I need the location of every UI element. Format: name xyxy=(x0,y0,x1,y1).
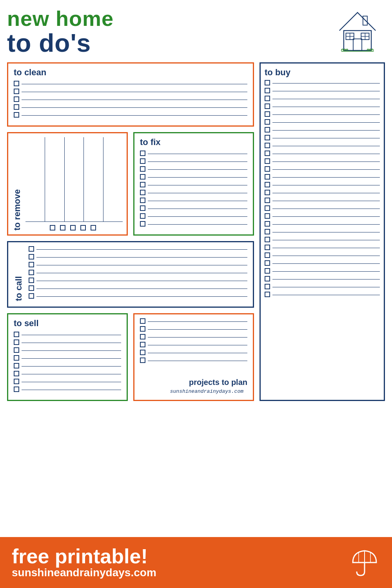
remove-checkbox-5[interactable] xyxy=(91,225,96,230)
buy-checkbox-19[interactable] xyxy=(265,221,270,227)
buy-checkbox-27[interactable] xyxy=(265,284,270,289)
buy-checkbox-5[interactable] xyxy=(265,111,270,117)
buy-checkbox-12[interactable] xyxy=(265,166,270,172)
buy-checkbox-8[interactable] xyxy=(265,135,270,140)
fix-checkbox-1[interactable] xyxy=(140,151,145,156)
project-checkbox-6[interactable] xyxy=(140,358,145,363)
buy-checkbox-25[interactable] xyxy=(265,268,270,274)
buy-checkbox-24[interactable] xyxy=(265,260,270,266)
remove-checkbox-3[interactable] xyxy=(70,225,76,230)
remove-checkbox-4[interactable] xyxy=(80,225,86,230)
fix-checkbox-4[interactable] xyxy=(140,174,145,180)
buy-checkbox-14[interactable] xyxy=(265,182,270,187)
clean-item-2 xyxy=(14,89,247,94)
clean-checkbox-4[interactable] xyxy=(14,104,19,110)
fix-checkbox-3[interactable] xyxy=(140,166,145,172)
header: new home to do's xyxy=(7,7,385,57)
buy-checkbox-2[interactable] xyxy=(265,88,270,93)
buy-checkbox-26[interactable] xyxy=(265,276,270,281)
remove-col-2 xyxy=(45,137,65,221)
fix-checkbox-9[interactable] xyxy=(140,213,145,219)
buy-checkbox-21[interactable] xyxy=(265,237,270,242)
call-item-6 xyxy=(29,285,247,291)
project-checkbox-1[interactable] xyxy=(140,318,145,324)
project-checkbox-2[interactable] xyxy=(140,326,145,332)
buy-checkbox-3[interactable] xyxy=(265,96,270,101)
sell-checkbox-3[interactable] xyxy=(14,347,19,353)
sell-checkbox-4[interactable] xyxy=(14,355,19,361)
buy-checkbox-17[interactable] xyxy=(265,205,270,211)
buy-checkbox-4[interactable] xyxy=(265,103,270,109)
fix-checkbox-8[interactable] xyxy=(140,205,145,211)
bottom-row: to sell xyxy=(7,313,254,401)
remove-checkbox-2[interactable] xyxy=(60,225,65,230)
fix-checkbox-7[interactable] xyxy=(140,198,145,203)
buy-checkbox-6[interactable] xyxy=(265,119,270,125)
call-line-4 xyxy=(36,273,247,273)
call-checkbox-3[interactable] xyxy=(29,262,34,267)
sell-checkbox-8[interactable] xyxy=(14,387,19,392)
fix-checkbox-10[interactable] xyxy=(140,221,145,227)
buy-checkbox-28[interactable] xyxy=(265,292,270,297)
fix-item-4 xyxy=(140,174,247,180)
sell-checkbox-5[interactable] xyxy=(14,363,19,368)
remove-checkbox-1[interactable] xyxy=(50,225,55,230)
website-credit: sunshineandrainydays.com xyxy=(140,388,247,394)
buy-item-18 xyxy=(265,213,380,219)
fix-checkbox-6[interactable] xyxy=(140,190,145,195)
house-icon xyxy=(334,7,381,54)
call-checkbox-7[interactable] xyxy=(29,293,34,299)
buy-checkbox-1[interactable] xyxy=(265,80,270,85)
clean-checkbox-3[interactable] xyxy=(14,96,19,102)
sell-checkbox-7[interactable] xyxy=(14,379,19,384)
sell-checkbox-6[interactable] xyxy=(14,371,19,376)
mid-row: to remove xyxy=(7,132,254,236)
fix-line-2 xyxy=(148,162,247,162)
remove-col-4 xyxy=(84,137,103,221)
to-clean-title: to clean xyxy=(14,67,247,78)
fix-checkbox-5[interactable] xyxy=(140,182,145,187)
buy-checkbox-20[interactable] xyxy=(265,229,270,234)
call-checkbox-5[interactable] xyxy=(29,278,34,283)
sell-item-1 xyxy=(14,332,121,337)
call-checkbox-1[interactable] xyxy=(29,246,34,252)
call-checkbox-6[interactable] xyxy=(29,285,34,291)
project-checkbox-5[interactable] xyxy=(140,350,145,355)
clean-line-5 xyxy=(22,115,247,116)
buy-checkbox-7[interactable] xyxy=(265,127,270,132)
sell-item-4 xyxy=(14,355,121,361)
buy-checkbox-22[interactable] xyxy=(265,245,270,250)
buy-item-5 xyxy=(265,111,380,117)
buy-checkbox-18[interactable] xyxy=(265,213,270,219)
buy-checkbox-11[interactable] xyxy=(265,158,270,164)
projects-section: projects to plan sunshineandrainydays.co… xyxy=(133,313,254,401)
header-titles: new home to do's xyxy=(7,7,334,57)
sell-line-4 xyxy=(22,358,121,359)
sell-checkbox-2[interactable] xyxy=(14,339,19,345)
buy-item-9 xyxy=(265,143,380,148)
sell-line-7 xyxy=(22,382,121,382)
to-buy-title: to buy xyxy=(265,67,380,78)
fix-checkbox-2[interactable] xyxy=(140,158,145,164)
call-checkbox-4[interactable] xyxy=(29,270,34,275)
project-line-2 xyxy=(148,329,247,330)
buy-checkbox-10[interactable] xyxy=(265,151,270,156)
clean-checkbox-5[interactable] xyxy=(14,112,19,118)
project-checkbox-4[interactable] xyxy=(140,342,145,347)
buy-checkbox-13[interactable] xyxy=(265,174,270,180)
clean-checkbox-2[interactable] xyxy=(14,89,19,94)
buy-checkbox-23[interactable] xyxy=(265,252,270,258)
call-checkbox-2[interactable] xyxy=(29,254,34,260)
sell-checkbox-1[interactable] xyxy=(14,332,19,337)
sell-item-5 xyxy=(14,363,121,368)
buy-checkbox-16[interactable] xyxy=(265,198,270,203)
buy-item-20 xyxy=(265,229,380,234)
project-checkbox-3[interactable] xyxy=(140,334,145,339)
buy-item-6 xyxy=(265,119,380,125)
buy-checkbox-15[interactable] xyxy=(265,190,270,195)
clean-checkbox-1[interactable] xyxy=(14,81,19,86)
svg-rect-0 xyxy=(344,31,371,51)
buy-checkbox-9[interactable] xyxy=(265,143,270,148)
buy-item-7 xyxy=(265,127,380,132)
project-item-3 xyxy=(140,334,247,339)
